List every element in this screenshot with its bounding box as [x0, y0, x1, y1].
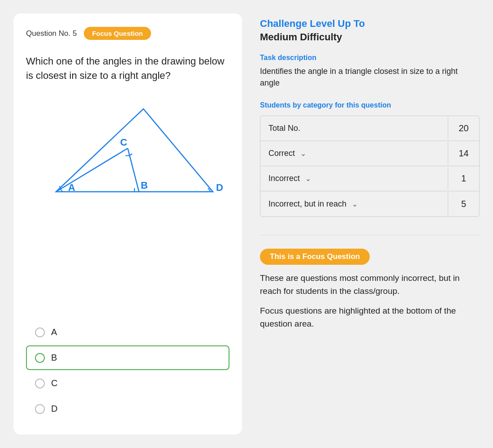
option-b-label: B	[51, 353, 57, 363]
radio-c[interactable]	[35, 379, 45, 388]
right-panel: Challenge Level Up To Medium Difficulty …	[242, 13, 480, 435]
stats-value-total: 20	[448, 117, 479, 140]
option-a-label: A	[51, 327, 57, 337]
difficulty-title: Medium Difficulty	[260, 31, 480, 43]
question-text: Which one of the angles in the drawing b…	[26, 54, 229, 83]
stats-table: Total No. 20 Correct ⌄ 14 Incorrect ⌄ 1	[260, 116, 480, 217]
students-label: Students by category for this question	[260, 101, 480, 109]
focus-badge: Focus Question	[84, 27, 151, 40]
task-label: Task description	[260, 54, 480, 62]
stats-row-inreach[interactable]: Incorrect, but in reach ⌄ 5	[260, 191, 479, 216]
stats-label-total: Total No.	[260, 117, 448, 139]
svg-line-2	[128, 148, 139, 192]
main-container: Question No. 5 Focus Question Which one …	[13, 13, 480, 435]
stats-row-incorrect[interactable]: Incorrect ⌄ 1	[260, 166, 479, 191]
divider	[260, 235, 480, 235]
focus-section: This is a Focus Question These are quest…	[260, 249, 480, 330]
left-panel: Question No. 5 Focus Question Which one …	[13, 13, 242, 435]
challenge-title: Challenge Level Up To	[260, 18, 480, 30]
option-b[interactable]: B	[26, 345, 229, 370]
option-c-label: C	[51, 378, 57, 388]
chevron-incorrect-icon: ⌄	[305, 174, 311, 183]
stats-label-correct[interactable]: Correct ⌄	[260, 142, 448, 164]
option-a[interactable]: A	[26, 320, 229, 345]
svg-text:C: C	[120, 137, 127, 148]
question-number: Question No. 5	[26, 29, 77, 38]
stats-label-incorrect[interactable]: Incorrect ⌄	[260, 168, 448, 190]
triangle-diagram: A B C D	[26, 95, 229, 203]
option-c[interactable]: C	[26, 371, 229, 396]
radio-b[interactable]	[35, 353, 45, 363]
stats-row-total: Total No. 20	[260, 116, 479, 141]
stats-value-inreach: 5	[448, 193, 479, 215]
option-d-label: D	[51, 404, 57, 414]
focus-section-text1: These are questions most commonly incorr…	[260, 272, 480, 297]
radio-d[interactable]	[35, 404, 45, 414]
svg-marker-0	[56, 109, 213, 192]
answer-options: A B C D	[26, 320, 229, 421]
focus-section-text2: Focus questions are highlighted at the b…	[260, 305, 480, 330]
chevron-inreach-icon: ⌄	[352, 200, 358, 208]
chevron-correct-icon: ⌄	[300, 149, 306, 158]
stats-row-correct[interactable]: Correct ⌄ 14	[260, 141, 479, 166]
radio-a[interactable]	[35, 327, 45, 337]
svg-text:B: B	[141, 180, 148, 191]
svg-text:A: A	[68, 182, 75, 193]
question-header: Question No. 5 Focus Question	[26, 27, 229, 40]
task-desc: Identifies the angle in a triangle close…	[260, 65, 480, 89]
focus-section-badge: This is a Focus Question	[260, 249, 370, 265]
svg-line-1	[56, 148, 128, 192]
stats-value-incorrect: 1	[448, 167, 479, 190]
option-d[interactable]: D	[26, 396, 229, 421]
svg-text:D: D	[216, 182, 223, 193]
stats-label-inreach[interactable]: Incorrect, but in reach ⌄	[260, 193, 448, 215]
stats-value-correct: 14	[448, 142, 479, 165]
